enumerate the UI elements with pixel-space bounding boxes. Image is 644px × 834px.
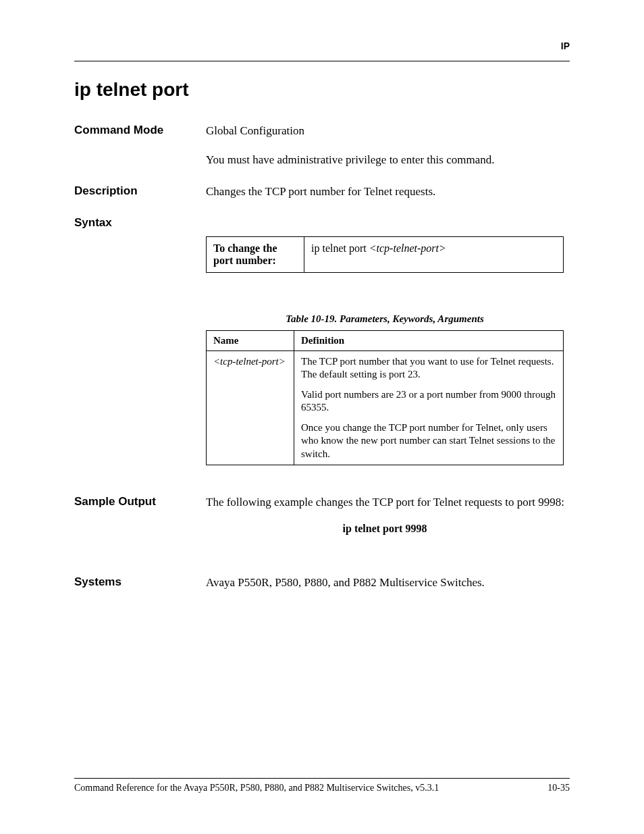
syntax-row: To change the port number: ip telnet por… — [207, 236, 564, 272]
param-def-3: Once you change the TCP port number for … — [301, 421, 556, 461]
footer-row: Command Reference for the Avaya P550R, P… — [74, 783, 570, 793]
syntax-table: To change the port number: ip telnet por… — [206, 236, 564, 273]
document-page: IP ip telnet port Command Mode Global Co… — [0, 0, 644, 591]
param-name: <tcp-telnet-port> — [207, 350, 294, 465]
header-section-label: IP — [74, 41, 570, 51]
param-table-caption: Table 10-19. Parameters, Keywords, Argum… — [206, 313, 564, 325]
syntax-section: Syntax — [74, 216, 570, 230]
header-rule — [74, 61, 570, 61]
description-section: Description Changes the TCP port number … — [74, 184, 570, 200]
footer-rule — [74, 778, 570, 779]
param-table: Name Definition <tcp-telnet-port> The TC… — [206, 330, 564, 466]
sample-command: ip telnet port 9998 — [206, 523, 564, 535]
param-header-definition: Definition — [294, 330, 564, 350]
param-header-name: Name — [207, 330, 294, 350]
footer-right: 10-35 — [547, 783, 570, 793]
param-definition: The TCP port number that you want to use… — [294, 350, 564, 465]
param-table-header-row: Name Definition — [207, 330, 564, 350]
param-row: <tcp-telnet-port> The TCP port number th… — [207, 350, 564, 465]
command-mode-value: Global Configuration — [206, 124, 570, 139]
sample-output-text: The following example changes the TCP po… — [206, 495, 570, 511]
sample-output-section: Sample Output The following example chan… — [74, 495, 570, 511]
param-def-2: Valid port numbers are 23 or a port numb… — [301, 388, 556, 415]
command-mode-section: Command Mode Global Configuration You mu… — [74, 124, 570, 168]
command-title: ip telnet port — [74, 79, 570, 101]
command-mode-body: Global Configuration You must have admin… — [206, 124, 570, 168]
description-label: Description — [74, 184, 206, 200]
sample-output-body: The following example changes the TCP po… — [206, 495, 570, 511]
param-def-1: The TCP port number that you want to use… — [301, 355, 556, 382]
syntax-cmd-arg: <tcp-telnet-port> — [369, 242, 446, 254]
description-body: Changes the TCP port number for Telnet r… — [206, 184, 570, 200]
systems-section: Systems Avaya P550R, P580, P880, and P88… — [74, 575, 570, 591]
syntax-label: Syntax — [74, 216, 206, 230]
footer-left: Command Reference for the Avaya P550R, P… — [74, 783, 439, 793]
syntax-row-value: ip telnet port <tcp-telnet-port> — [304, 236, 564, 272]
page-footer: Command Reference for the Avaya P550R, P… — [74, 778, 570, 793]
syntax-cmd-prefix: ip telnet port — [311, 242, 369, 254]
description-value: Changes the TCP port number for Telnet r… — [206, 184, 570, 200]
systems-body: Avaya P550R, P580, P880, and P882 Multis… — [206, 575, 570, 591]
systems-label: Systems — [74, 575, 206, 591]
systems-value: Avaya P550R, P580, P880, and P882 Multis… — [206, 575, 570, 591]
sample-output-label: Sample Output — [74, 495, 206, 511]
syntax-row-label: To change the port number: — [207, 236, 304, 272]
command-mode-label: Command Mode — [74, 124, 206, 168]
command-mode-note: You must have administrative privilege t… — [206, 153, 570, 168]
